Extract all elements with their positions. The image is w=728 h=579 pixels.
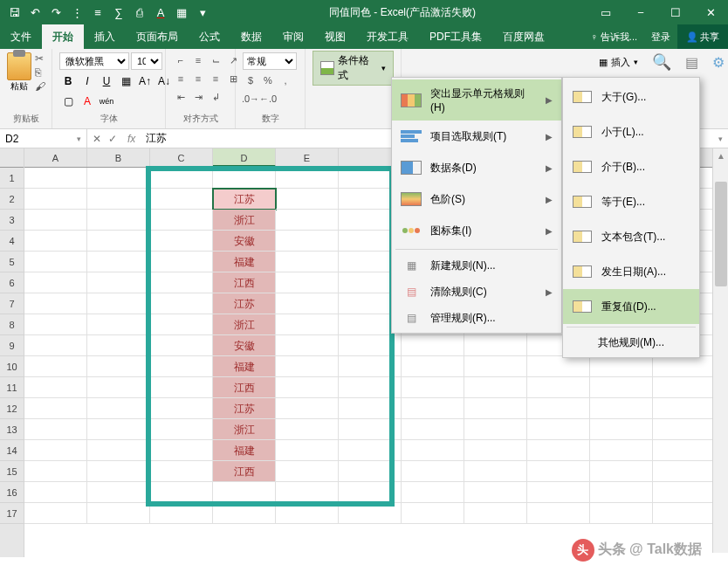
menu-highlight-rules[interactable]: 突出显示单元格规则(H)▶ <box>392 79 561 121</box>
addins-icon[interactable]: ⚙ <box>712 54 725 71</box>
cell[interactable] <box>87 398 150 419</box>
cell[interactable]: 江西 <box>213 461 276 482</box>
paste-button[interactable]: 粘贴 <box>7 52 31 93</box>
cell[interactable] <box>339 356 402 377</box>
conditional-formatting-button[interactable]: 条件格式 ▾ <box>312 51 394 86</box>
cell[interactable] <box>276 210 339 231</box>
cell[interactable] <box>87 210 150 231</box>
cell[interactable] <box>464 356 527 377</box>
save-icon[interactable]: 🖫 <box>5 3 23 21</box>
menu-data-bars[interactable]: 数据条(D)▶ <box>392 152 561 183</box>
cell[interactable] <box>150 377 213 398</box>
cell[interactable]: 江苏 <box>213 398 276 419</box>
phonetic-button[interactable]: wén <box>98 93 115 110</box>
fx-icon[interactable]: fx <box>122 133 141 145</box>
cell[interactable] <box>464 482 527 503</box>
cell[interactable]: 江苏 <box>213 189 276 210</box>
menu-manage-rules[interactable]: ▤ 管理规则(R)... <box>392 305 561 331</box>
cell[interactable] <box>87 335 150 356</box>
cell[interactable] <box>653 461 716 482</box>
cell[interactable] <box>653 377 716 398</box>
cell[interactable] <box>24 440 87 461</box>
cell[interactable] <box>150 231 213 252</box>
cell[interactable] <box>150 293 213 314</box>
cell[interactable] <box>24 210 87 231</box>
grow-font-icon[interactable]: A↑ <box>136 72 154 90</box>
cell[interactable] <box>150 356 213 377</box>
cell[interactable]: 浙江 <box>213 210 276 231</box>
cell[interactable] <box>527 482 590 503</box>
cancel-formula-icon[interactable]: ✕ <box>93 133 101 145</box>
cell[interactable] <box>87 503 150 524</box>
cell[interactable] <box>24 503 87 524</box>
cell[interactable] <box>24 189 87 210</box>
tab-insert[interactable]: 插入 <box>84 24 126 49</box>
cell[interactable]: 福建 <box>213 440 276 461</box>
qat-dropdown-icon[interactable]: ▾ <box>194 3 211 21</box>
cell[interactable] <box>653 398 716 419</box>
autosum-icon[interactable]: ∑ <box>110 3 127 21</box>
cell[interactable] <box>24 377 87 398</box>
border-button[interactable]: ▦ <box>117 72 134 90</box>
scroll-up-icon[interactable]: ▲ <box>713 148 728 164</box>
cell[interactable] <box>24 252 87 272</box>
cell[interactable] <box>339 503 402 524</box>
cell[interactable] <box>87 252 150 272</box>
cell[interactable] <box>150 335 213 356</box>
cell[interactable] <box>276 252 339 272</box>
cell[interactable] <box>276 189 339 210</box>
bold-button[interactable]: B <box>59 72 77 90</box>
borders-icon[interactable]: ▦ <box>173 3 190 21</box>
cell[interactable] <box>590 419 653 440</box>
menu-icon-sets[interactable]: 图标集(I)▶ <box>392 215 561 246</box>
cell[interactable] <box>24 231 87 252</box>
cell[interactable] <box>402 482 464 503</box>
row-header[interactable]: 17 <box>0 503 24 524</box>
cell[interactable] <box>87 440 150 461</box>
cell[interactable] <box>590 440 653 461</box>
menu-less-than[interactable]: 小于(L)... <box>563 114 699 149</box>
cell[interactable] <box>590 356 653 377</box>
cell[interactable] <box>653 356 716 377</box>
cell[interactable] <box>590 377 653 398</box>
row-header[interactable]: 6 <box>0 272 24 293</box>
row-header[interactable]: 7 <box>0 293 24 314</box>
cell[interactable] <box>276 231 339 252</box>
cell[interactable] <box>653 482 716 503</box>
col-header[interactable]: D <box>213 148 276 167</box>
tab-file[interactable]: 文件 <box>0 24 42 49</box>
minimize-icon[interactable]: − <box>623 0 658 24</box>
tab-layout[interactable]: 页面布局 <box>126 24 189 49</box>
dec-decimal-icon[interactable]: ←.0 <box>260 91 276 107</box>
row-header[interactable]: 5 <box>0 252 24 272</box>
cell[interactable] <box>464 461 527 482</box>
cell[interactable] <box>527 440 590 461</box>
select-all-corner[interactable] <box>0 148 24 168</box>
underline-button[interactable]: U <box>98 72 115 90</box>
cell[interactable] <box>527 461 590 482</box>
ribbon-options-icon[interactable]: ▭ <box>588 0 623 24</box>
cell[interactable] <box>527 356 590 377</box>
cell[interactable] <box>150 503 213 524</box>
tab-baidu[interactable]: 百度网盘 <box>492 24 555 49</box>
cell[interactable] <box>87 189 150 210</box>
cell[interactable] <box>339 482 402 503</box>
cell[interactable] <box>276 168 339 189</box>
cell[interactable] <box>276 398 339 419</box>
cell[interactable] <box>150 168 213 189</box>
cell[interactable]: 江西 <box>213 377 276 398</box>
expand-formula-icon[interactable]: ▾ <box>713 134 728 143</box>
inc-decimal-icon[interactable]: .0→ <box>243 91 258 107</box>
row-header[interactable]: 8 <box>0 314 24 335</box>
align-center-icon[interactable]: ≡ <box>190 71 206 86</box>
cell[interactable] <box>87 461 150 482</box>
row-header[interactable]: 1 <box>0 168 24 189</box>
cell[interactable] <box>87 314 150 335</box>
currency-icon[interactable]: $ <box>243 72 258 88</box>
maximize-icon[interactable]: ☐ <box>658 0 693 24</box>
format-painter-icon[interactable]: 🖌 <box>35 80 45 93</box>
col-header[interactable]: C <box>150 148 213 167</box>
cell[interactable] <box>653 440 716 461</box>
indent-inc-icon[interactable]: ⇥ <box>190 89 206 105</box>
close-icon[interactable]: ✕ <box>693 0 728 24</box>
